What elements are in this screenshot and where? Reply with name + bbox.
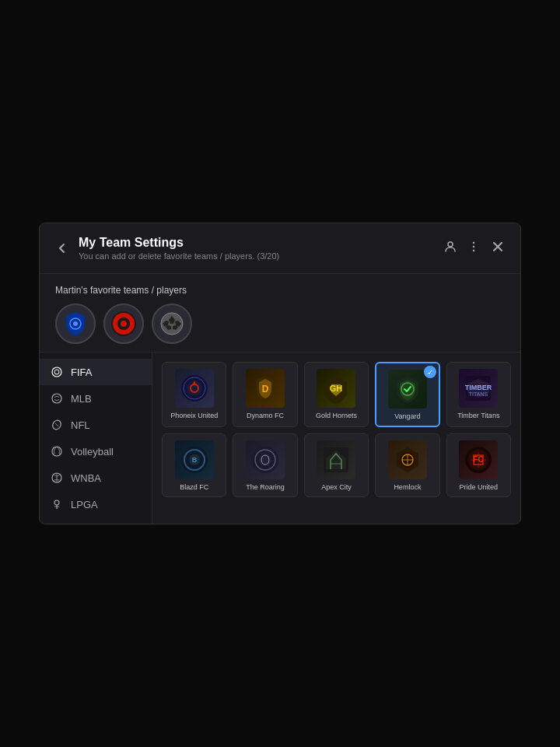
more-icon[interactable] [467, 240, 480, 256]
favorite-team-1[interactable] [55, 303, 96, 344]
header-title-area: My Team Settings You can add or delete f… [79, 236, 444, 261]
svg-point-1 [473, 242, 474, 244]
team-card-blazd[interactable]: B Blazd FC [162, 433, 226, 497]
wnba-icon [51, 472, 63, 484]
sidebar-item-wnba[interactable]: WNBA [40, 465, 152, 491]
svg-point-5 [73, 321, 78, 326]
modal-header: My Team Settings You can add or delete f… [40, 223, 520, 274]
team-name-hornets: Gold Hornets [316, 412, 357, 420]
teams-grid-inner: Phoneix United D Dynamo FC [162, 362, 511, 497]
team-card-timber[interactable]: TIMBER TITANS Timber Titans [446, 362, 511, 427]
volleyball-icon [51, 445, 63, 458]
selected-check-vangard: ✓ [424, 366, 436, 378]
back-button[interactable] [55, 241, 69, 255]
team-card-vangard[interactable]: ✓ Vangard [375, 362, 439, 427]
header-actions [444, 240, 505, 258]
user-icon[interactable] [444, 240, 457, 256]
team-badge-pride: FC [459, 440, 498, 479]
team-badge-dynamo: D [246, 369, 285, 408]
svg-point-17 [54, 370, 59, 374]
sidebar-item-volleyball[interactable]: Volleyball [40, 438, 152, 465]
svg-text:TIMBER: TIMBER [465, 384, 492, 391]
mlb-icon [51, 392, 63, 405]
svg-point-16 [52, 367, 61, 377]
team-badge-hemlock [388, 440, 427, 479]
sidebar-item-fifa[interactable]: FIFA [40, 359, 152, 385]
team-badge-apex [317, 440, 355, 479]
sidebar-item-nfl[interactable]: NFL [40, 412, 152, 438]
sidebar-label-fifa: FIFA [71, 366, 92, 378]
lpga-icon [51, 498, 63, 510]
team-badge-hornets: GH [317, 369, 355, 408]
team-card-phoneix[interactable]: Phoneix United [162, 362, 226, 427]
sidebar-label-mlb: MLB [71, 393, 92, 405]
close-button[interactable] [491, 240, 505, 258]
modal-title: My Team Settings [79, 236, 444, 250]
favorites-row [55, 303, 505, 344]
favorites-section: Martin's favorite teams / players [40, 274, 520, 352]
favorites-label: Martin's favorite teams / players [55, 285, 505, 296]
team-name-pride: Pride United [460, 483, 499, 492]
team-name-roaring: The Roaring [246, 483, 285, 492]
svg-text:TITANS: TITANS [469, 391, 488, 397]
svg-text:FC: FC [474, 455, 484, 464]
svg-point-18 [52, 394, 61, 403]
team-name-apex: Apex City [321, 483, 352, 492]
team-name-phoneix: Phoneix United [170, 412, 218, 420]
team-name-dynamo: Dynamo FC [247, 412, 284, 420]
favorite-team-2[interactable] [103, 303, 144, 344]
team-card-hemlock[interactable]: Hemlock [375, 433, 439, 497]
team-card-pride[interactable]: FC Pride United [446, 433, 511, 497]
svg-text:D: D [262, 384, 269, 395]
svg-point-24 [54, 500, 59, 505]
teams-grid: Phoneix United D Dynamo FC [152, 352, 520, 524]
svg-point-3 [473, 250, 474, 251]
sports-sidebar: FIFA MLB [40, 352, 152, 524]
team-card-apex[interactable]: Apex City [304, 433, 369, 497]
team-card-dynamo[interactable]: D Dynamo FC [233, 362, 297, 427]
svg-point-21 [52, 447, 61, 456]
team-badge-vangard [388, 370, 427, 409]
sidebar-item-mlb[interactable]: MLB [40, 385, 152, 412]
team-name-timber: Timber Titans [457, 412, 499, 420]
sidebar-label-volleyball: Volleyball [71, 446, 114, 458]
sidebar-label-nfl: NFL [71, 419, 90, 431]
team-name-vangard: Vangard [394, 412, 420, 421]
team-card-roaring[interactable]: The Roaring [233, 433, 297, 497]
content-area: FIFA MLB [40, 352, 520, 524]
team-name-blazd: Blazd FC [180, 483, 208, 492]
svg-line-20 [55, 423, 58, 426]
svg-point-2 [473, 246, 474, 247]
nfl-icon [51, 419, 63, 431]
sidebar-item-lpga[interactable]: LPGA [40, 491, 152, 517]
sidebar-label-lpga: LPGA [71, 499, 98, 510]
team-card-hornets[interactable]: GH Gold Hornets [304, 362, 369, 427]
favorite-team-3[interactable] [152, 303, 192, 344]
svg-point-0 [448, 242, 453, 247]
team-badge-phoneix [175, 369, 214, 408]
team-badge-roaring [246, 440, 285, 479]
modal-subtitle: You can add or delete favorite teams / p… [79, 251, 444, 261]
sidebar-label-wnba: WNBA [71, 472, 101, 484]
svg-text:GH: GH [330, 384, 343, 393]
team-badge-blazd: B [175, 440, 214, 479]
fifa-icon [51, 366, 63, 378]
svg-point-9 [121, 321, 127, 327]
my-team-settings-modal: My Team Settings You can add or delete f… [39, 223, 521, 524]
svg-text:B: B [191, 456, 197, 464]
team-name-hemlock: Hemlock [394, 483, 421, 492]
team-badge-timber: TIMBER TITANS [459, 369, 498, 408]
